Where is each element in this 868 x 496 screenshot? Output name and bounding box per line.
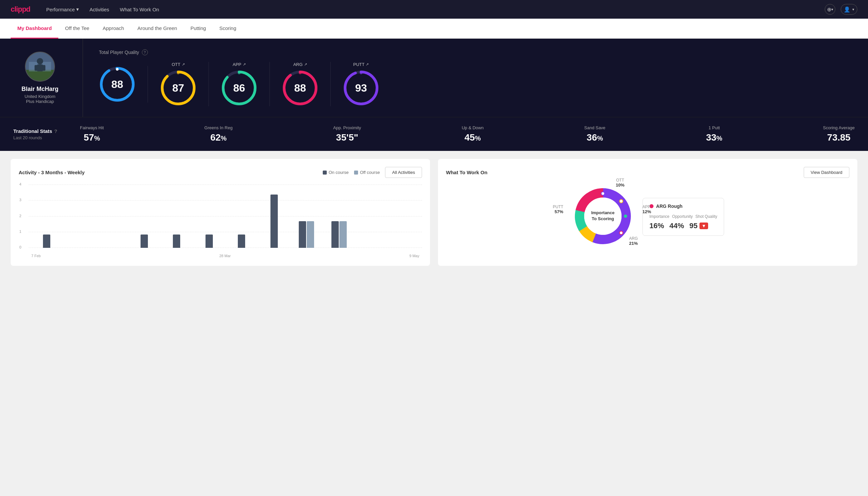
- gauge-ring-putt: 93: [343, 69, 379, 106]
- svg-point-31: [624, 215, 627, 218]
- donut-wrapper: OTT 10% APP 12% ARG 21% PUTT 57%: [571, 185, 634, 249]
- what-card-title: What To Work On: [446, 170, 487, 175]
- x-label-mar: 28 Mar: [219, 254, 231, 258]
- svg-point-21: [360, 72, 362, 74]
- nav-performance[interactable]: Performance ▾: [46, 6, 79, 12]
- metric-opportunity: 44%: [669, 221, 684, 230]
- bar-group-8: [291, 221, 322, 248]
- hero-inner: Blair McHarg United Kingdom Plus Handica…: [13, 49, 855, 106]
- bar-group-6: [226, 234, 257, 248]
- gauge-value-putt: 93: [355, 82, 367, 94]
- x-label-may: 9 May: [409, 254, 419, 258]
- shot-quality-badge: ▼: [699, 222, 708, 229]
- gauge-label-ott: OTT ↗: [172, 62, 185, 67]
- nav-right-icons: ⊕ ▾ 👤 ▾: [825, 4, 857, 15]
- bars-wrapper: [29, 185, 422, 248]
- tab-around-the-green[interactable]: Around the Green: [130, 19, 184, 38]
- svg-point-12: [177, 72, 179, 74]
- gauge-value-overall: 88: [111, 78, 123, 90]
- logo[interactable]: clippd: [11, 5, 30, 14]
- gauge-app: APP ↗ 86: [209, 62, 270, 106]
- svg-rect-6: [42, 65, 46, 71]
- nav-activities[interactable]: Activities: [90, 7, 109, 12]
- nav-what-to-work-on[interactable]: What To Work On: [120, 7, 159, 12]
- avatar-image: [26, 52, 54, 82]
- tab-my-dashboard[interactable]: My Dashboard: [11, 19, 58, 38]
- avatar: [25, 52, 55, 82]
- arg-label-area: ARG 21%: [629, 236, 638, 246]
- gauge-ring-arg: 88: [282, 69, 318, 106]
- metric-opportunity-value: 44%: [669, 221, 684, 230]
- stat-proximity-label: App. Proximity: [333, 125, 361, 130]
- gauge-value-ott: 87: [172, 82, 184, 94]
- stat-sandsave-value: 36%: [584, 132, 605, 143]
- stat-sandsave-label: Sand Save: [584, 125, 605, 130]
- gauge-ott: OTT ↗ 87: [148, 62, 209, 106]
- activity-card-title: Activity - 3 Months - Weekly: [19, 170, 84, 175]
- stat-items: Fairways Hit 57% Greens In Reg 62% App. …: [80, 125, 855, 143]
- svg-point-18: [299, 72, 301, 74]
- stats-label-area: Traditional Stats ? Last 20 rounds: [13, 128, 80, 140]
- player-handicap: Plus Handicap: [26, 99, 54, 104]
- stat-fairways-label: Fairways Hit: [80, 125, 104, 130]
- bar-on-8: [299, 221, 306, 248]
- off-course-dot: [354, 171, 358, 174]
- putt-label-area: PUTT 57%: [553, 204, 563, 214]
- bar-on-6: [238, 234, 245, 248]
- svg-text:Importance: Importance: [591, 210, 615, 215]
- stats-help-icon[interactable]: ?: [54, 128, 57, 134]
- bar-on-9: [331, 221, 339, 248]
- tab-bar: My Dashboard Off the Tee Approach Around…: [0, 19, 868, 38]
- svg-point-30: [619, 200, 623, 203]
- gauges-container: 88 OTT ↗ 87: [99, 62, 855, 106]
- info-metrics: 16% 44% 95 ▼: [649, 221, 717, 230]
- main-content: Activity - 3 Months - Weekly On course O…: [0, 151, 868, 274]
- bar-on-4: [173, 234, 180, 248]
- what-card-header: What To Work On View Dashboard: [446, 167, 849, 178]
- bar-off-9: [340, 221, 347, 248]
- stat-scoring-label: Scoring Average: [823, 125, 855, 130]
- help-icon[interactable]: ?: [142, 49, 148, 55]
- tab-approach[interactable]: Approach: [96, 19, 130, 38]
- tab-scoring[interactable]: Scoring: [212, 19, 243, 38]
- player-name: Blair McHarg: [21, 86, 58, 93]
- tab-off-the-tee[interactable]: Off the Tee: [58, 19, 96, 38]
- bar-on-5: [206, 234, 213, 248]
- on-course-dot: [323, 171, 327, 174]
- svg-rect-1: [26, 70, 54, 81]
- stat-proximity: App. Proximity 35'5": [333, 125, 361, 143]
- stat-updown-value: 45%: [462, 132, 484, 143]
- metric-importance-value: 16%: [649, 221, 664, 230]
- bar-on-3: [141, 234, 148, 248]
- vertical-divider: [83, 38, 83, 117]
- metric-importance: 16%: [649, 221, 664, 230]
- all-activities-button[interactable]: All Activities: [385, 167, 422, 178]
- bar-group-0: [31, 234, 62, 248]
- add-button[interactable]: ⊕ ▾: [825, 4, 835, 15]
- gauge-label-app: APP ↗: [233, 62, 246, 67]
- gauge-value-arg: 88: [294, 82, 306, 94]
- view-dashboard-button[interactable]: View Dashboard: [804, 167, 849, 178]
- bar-on-0: [43, 234, 50, 248]
- activity-legend: On course Off course: [323, 170, 380, 175]
- stat-gir-value: 62%: [205, 132, 233, 143]
- bar-group-7: [259, 195, 289, 248]
- user-menu-button[interactable]: 👤 ▾: [841, 4, 857, 15]
- activity-card-header: Activity - 3 Months - Weekly On course O…: [19, 167, 422, 178]
- stat-fairways-value: 57%: [80, 132, 104, 143]
- gauge-arg: ARG ↗ 88: [270, 62, 331, 106]
- svg-point-15: [238, 72, 240, 74]
- info-card: ARG Rough Importance Opportunity Shot Qu…: [643, 198, 724, 236]
- svg-text:To Scoring: To Scoring: [591, 216, 614, 221]
- info-card-title: ARG Rough: [649, 203, 717, 209]
- legend-off-course: Off course: [354, 170, 380, 175]
- bar-on-7: [270, 195, 278, 248]
- bar-chart-area: 4 3 2 1 0 7 Feb 28 Mar 9 May: [19, 185, 422, 258]
- app-label-area: APP 12%: [643, 204, 651, 214]
- donut-svg: Importance To Scoring: [571, 185, 634, 248]
- bar-off-8: [307, 221, 314, 248]
- tab-putting[interactable]: Putting: [184, 19, 213, 38]
- gauge-ring-app: 86: [221, 69, 257, 106]
- svg-rect-4: [37, 64, 43, 71]
- gauge-label-arg: ARG ↗: [293, 62, 307, 67]
